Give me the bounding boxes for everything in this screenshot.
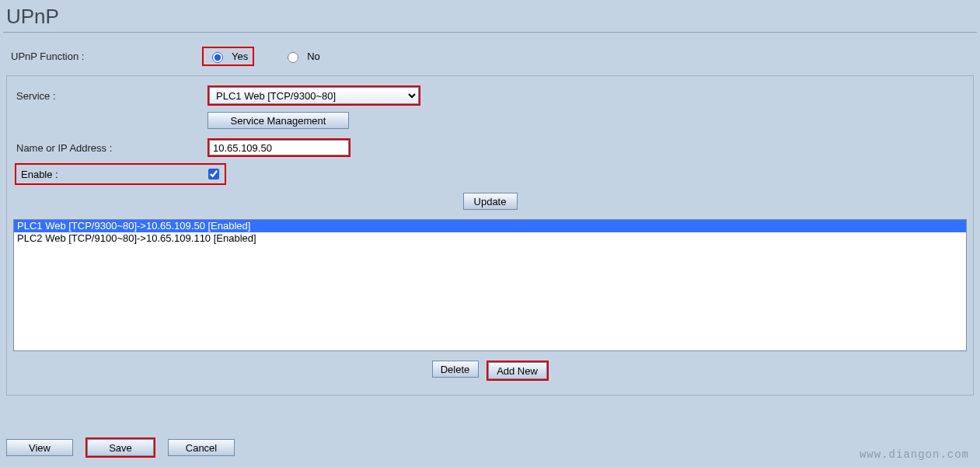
list-item[interactable]: PLC2 Web [TCP/9100~80]->10.65.109.110 [E…	[14, 232, 966, 245]
upnp-yes-label: Yes	[232, 51, 248, 62]
update-button[interactable]: Update	[463, 193, 518, 210]
upnp-no-radio[interactable]	[288, 52, 298, 63]
service-select[interactable]: PLC1 Web [TCP/9300~80]	[209, 87, 419, 104]
list-item[interactable]: PLC1 Web [TCP/9300~80]->10.65.109.50 [En…	[14, 220, 966, 232]
upnp-yes-radio[interactable]	[212, 52, 223, 63]
service-panel: Service : PLC1 Web [TCP/9300~80] Service…	[6, 75, 974, 396]
enable-checkbox[interactable]	[208, 169, 219, 179]
watermark-text: www.diangon.com	[860, 448, 969, 461]
save-button[interactable]: Save	[87, 439, 154, 456]
addnew-highlight: Add New	[487, 361, 549, 381]
upnp-function-label: UPnP Function :	[8, 51, 202, 62]
service-label: Service :	[13, 90, 208, 102]
mapping-listbox[interactable]: PLC1 Web [TCP/9300~80]->10.65.109.50 [En…	[13, 219, 967, 351]
page-title: UPnP	[3, 3, 977, 33]
add-new-button[interactable]: Add New	[488, 362, 547, 379]
ip-input[interactable]	[209, 140, 349, 155]
delete-button[interactable]: Delete	[432, 361, 479, 378]
upnp-no-label: No	[307, 51, 320, 62]
save-highlight: Save	[85, 437, 155, 458]
upnp-yes-highlight: Yes	[202, 47, 254, 66]
ip-highlight	[208, 138, 350, 157]
bottom-toolbar: View Save Cancel	[6, 437, 235, 458]
cancel-button[interactable]: Cancel	[168, 439, 235, 456]
service-highlight: PLC1 Web [TCP/9300~80]	[208, 85, 420, 106]
ip-label: Name or IP Address :	[13, 142, 208, 154]
enable-label: Enable :	[21, 169, 58, 180]
enable-highlight: Enable :	[15, 163, 226, 185]
view-button[interactable]: View	[6, 439, 73, 456]
service-management-button[interactable]: Service Management	[208, 112, 349, 129]
